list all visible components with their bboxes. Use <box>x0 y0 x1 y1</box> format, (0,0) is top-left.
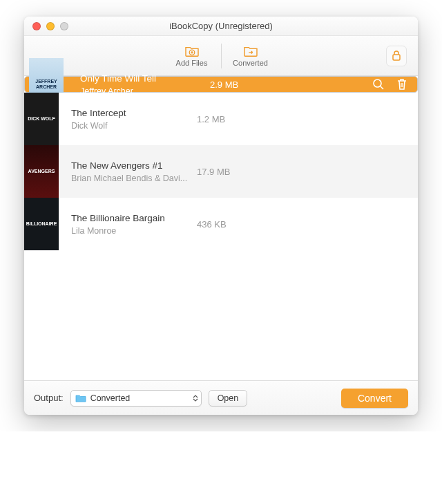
trash-icon[interactable] <box>395 77 409 91</box>
svg-point-2 <box>374 80 381 87</box>
book-size: 436 KB <box>197 219 259 230</box>
tab-converted[interactable]: Converted <box>222 39 280 73</box>
book-size: 2.9 MB <box>210 80 272 90</box>
output-label: Output: <box>34 393 64 403</box>
app-window: iBookCopy (Unregistered) Add Files Conve… <box>24 17 418 415</box>
output-folder-value: Converted <box>90 393 189 403</box>
open-button[interactable]: Open <box>209 390 248 407</box>
book-title: Only Time Will Tell <box>80 73 206 84</box>
tab-converted-label: Converted <box>233 59 268 67</box>
convert-button[interactable]: Convert <box>341 389 408 408</box>
list-item[interactable]: BILLIONAIRE The Billionaire Bargain Lila… <box>24 198 418 250</box>
book-cover: AVENGERS <box>24 145 59 198</box>
book-size: 1.2 MB <box>197 114 259 124</box>
folder-plus-icon <box>184 45 200 57</box>
book-cover: DICK WOLF <box>24 93 59 145</box>
titlebar: iBookCopy (Unregistered) <box>24 17 418 36</box>
list-item[interactable]: DICK WOLF The Intercept Dick Wolf 1.2 MB <box>24 93 418 145</box>
lock-icon <box>391 50 402 62</box>
folder-icon <box>75 394 86 402</box>
book-meta: The Billionaire Bargain Lila Monroe <box>59 213 197 236</box>
window-title: iBookCopy (Unregistered) <box>24 21 418 31</box>
close-window-button[interactable] <box>32 22 41 30</box>
zoom-window-button[interactable] <box>60 22 68 30</box>
svg-rect-1 <box>393 55 400 60</box>
minimize-window-button[interactable] <box>46 22 55 30</box>
select-stepper-icon <box>193 395 198 402</box>
list-item[interactable]: JEFFREY ARCHER Only Time Will Tell Jeffr… <box>24 76 418 93</box>
toolbar: Add Files Converted <box>24 36 418 76</box>
footer: Output: Converted Open Convert <box>24 380 418 415</box>
tab-group: Add Files Converted <box>163 39 280 73</box>
book-meta: The New Avengers #1 Brian Michael Bendis… <box>59 160 197 183</box>
row-actions <box>372 77 414 91</box>
folder-arrow-icon <box>243 45 258 57</box>
traffic-lights <box>24 22 68 30</box>
book-author: Dick Wolf <box>71 121 197 131</box>
book-meta: The Intercept Dick Wolf <box>59 108 197 131</box>
book-cover: BILLIONAIRE <box>24 198 59 250</box>
list-item[interactable]: AVENGERS The New Avengers #1 Brian Micha… <box>24 145 418 198</box>
book-list: JEFFREY ARCHER Only Time Will Tell Jeffr… <box>24 76 418 380</box>
lock-button[interactable] <box>386 46 407 66</box>
book-size: 17.9 MB <box>197 167 259 177</box>
book-title: The Billionaire Bargain <box>71 213 197 223</box>
book-author: Brian Michael Bendis & Davi... <box>71 174 197 183</box>
output-folder-select[interactable]: Converted <box>70 390 202 407</box>
tab-add-files-label: Add Files <box>176 59 208 67</box>
book-author: Lila Monroe <box>71 226 197 236</box>
book-title: The Intercept <box>71 108 197 118</box>
search-icon[interactable] <box>372 77 385 91</box>
book-title: The New Avengers #1 <box>71 160 197 171</box>
tab-add-files[interactable]: Add Files <box>163 39 221 73</box>
